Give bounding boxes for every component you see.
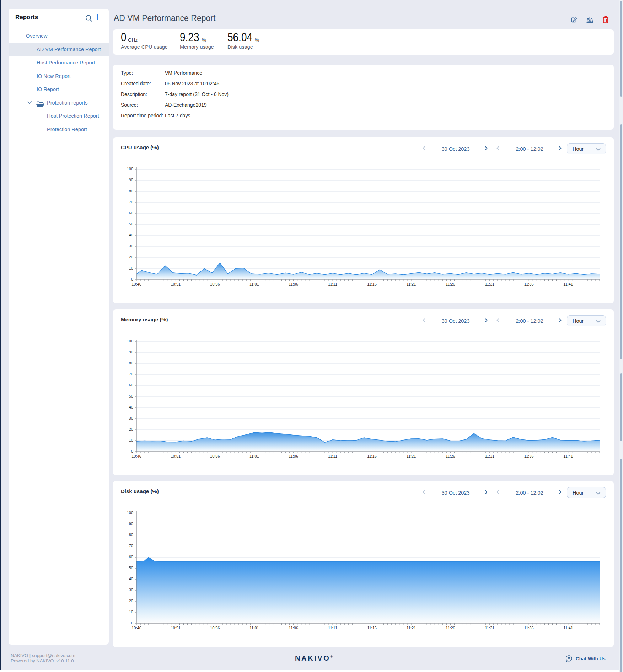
svg-text:10:46: 10:46: [131, 282, 141, 286]
svg-text:20: 20: [129, 599, 133, 603]
svg-text:30: 30: [129, 588, 133, 592]
svg-text:100: 100: [127, 511, 133, 515]
svg-text:0: 0: [131, 621, 133, 625]
svg-text:11:06: 11:06: [289, 454, 298, 458]
svg-text:11:36: 11:36: [524, 282, 534, 286]
svg-text:70: 70: [129, 544, 133, 548]
svg-text:40: 40: [129, 405, 133, 409]
svg-text:40: 40: [129, 233, 133, 237]
svg-text:11:06: 11:06: [289, 626, 298, 630]
svg-text:60: 60: [129, 383, 133, 387]
svg-text:0: 0: [131, 449, 133, 453]
svg-text:10: 10: [129, 266, 133, 270]
svg-text:11:31: 11:31: [485, 282, 494, 286]
svg-text:11:26: 11:26: [446, 626, 455, 630]
svg-text:70: 70: [129, 200, 133, 204]
svg-text:11:01: 11:01: [249, 454, 259, 458]
svg-text:60: 60: [129, 211, 133, 215]
svg-text:10:51: 10:51: [171, 454, 181, 458]
svg-text:11:41: 11:41: [563, 454, 573, 458]
svg-text:100: 100: [127, 339, 133, 343]
svg-text:11:41: 11:41: [563, 282, 573, 286]
svg-text:11:01: 11:01: [249, 282, 259, 286]
svg-text:11:21: 11:21: [407, 626, 416, 630]
svg-text:11:11: 11:11: [328, 454, 337, 458]
svg-text:11:31: 11:31: [485, 454, 494, 458]
svg-text:10:46: 10:46: [131, 454, 141, 458]
svg-text:90: 90: [129, 522, 133, 526]
svg-text:40: 40: [129, 577, 133, 581]
svg-text:50: 50: [129, 394, 133, 398]
svg-text:11:16: 11:16: [367, 282, 377, 286]
svg-text:11:21: 11:21: [407, 282, 416, 286]
svg-text:10:56: 10:56: [210, 626, 220, 630]
svg-text:80: 80: [129, 189, 133, 193]
svg-text:60: 60: [129, 555, 133, 559]
svg-text:10:56: 10:56: [210, 454, 220, 458]
svg-text:30: 30: [129, 416, 133, 420]
svg-text:11:36: 11:36: [524, 626, 534, 630]
svg-text:90: 90: [129, 178, 133, 182]
svg-text:0: 0: [131, 277, 133, 281]
svg-text:80: 80: [129, 533, 133, 537]
svg-text:11:06: 11:06: [289, 282, 298, 286]
svg-text:11:11: 11:11: [328, 282, 337, 286]
svg-text:11:21: 11:21: [407, 454, 416, 458]
svg-text:10: 10: [129, 610, 133, 614]
svg-text:10:51: 10:51: [171, 282, 181, 286]
svg-text:90: 90: [129, 350, 133, 354]
svg-text:11:26: 11:26: [446, 454, 455, 458]
svg-text:70: 70: [129, 372, 133, 376]
svg-text:100: 100: [127, 167, 133, 171]
svg-text:11:01: 11:01: [249, 626, 259, 630]
svg-text:11:41: 11:41: [563, 626, 573, 630]
svg-text:11:16: 11:16: [367, 454, 377, 458]
svg-text:20: 20: [129, 427, 133, 431]
svg-text:30: 30: [129, 244, 133, 248]
svg-text:50: 50: [129, 222, 133, 226]
svg-text:50: 50: [129, 566, 133, 570]
svg-text:10: 10: [129, 438, 133, 442]
svg-text:10:56: 10:56: [210, 282, 220, 286]
svg-text:80: 80: [129, 361, 133, 365]
svg-text:10:46: 10:46: [131, 626, 141, 630]
svg-text:11:31: 11:31: [485, 626, 494, 630]
svg-text:11:26: 11:26: [446, 282, 455, 286]
svg-text:11:11: 11:11: [328, 626, 337, 630]
svg-text:11:16: 11:16: [367, 626, 377, 630]
svg-text:11:36: 11:36: [524, 454, 534, 458]
svg-text:20: 20: [129, 255, 133, 259]
svg-text:10:51: 10:51: [171, 626, 181, 630]
